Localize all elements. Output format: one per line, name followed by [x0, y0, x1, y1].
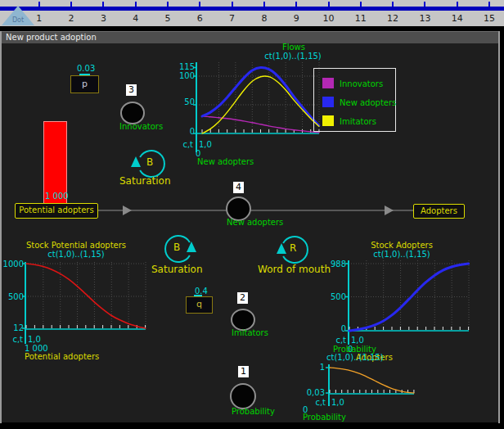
param-p-slider-tick[interactable] — [79, 74, 90, 75]
potential-adopters-bar-value: 1 000 — [45, 192, 69, 201]
potential-adopters-stock-label: Potential adopters — [19, 205, 93, 214]
flows-chart-title: Flows — [268, 43, 319, 52]
probability-badge: 1 — [238, 366, 249, 377]
legend-label: Innovators — [340, 79, 383, 88]
stock-ad-xnote-t0: 1,0 — [351, 336, 364, 345]
prob-ytick: 1 — [310, 363, 325, 372]
new-adopters-valve-label: New adopters — [227, 218, 283, 227]
imitators-swatch-icon — [322, 115, 334, 126]
prob-xnote-ct: c,t — [306, 398, 326, 407]
potential-adopters-stock-box[interactable]: Potential adopters — [15, 203, 98, 219]
param-p-value: 0.03 — [77, 64, 95, 73]
loop-saturation-bottom-letter: B — [173, 242, 180, 253]
prob-ytick: 0,03 — [294, 388, 325, 397]
stock-pa-chart-title: Stock Potential adopters — [19, 241, 133, 250]
innovators-swatch-icon — [322, 78, 334, 88]
param-p-name: p — [82, 79, 88, 89]
adopters-stock-label: Adopters — [421, 206, 457, 215]
stock-pa-x-name: Potential adopters — [25, 352, 99, 361]
legend-label: New adopters — [340, 98, 396, 107]
imitators-label: Imitators — [232, 328, 268, 337]
flow-arrowhead-left — [123, 205, 132, 215]
stock-pa-ytick: 1000 — [2, 260, 24, 269]
flows-x-name: New adopters — [197, 157, 254, 166]
loop-saturation-top-arrow-icon — [131, 156, 141, 167]
flows-chart-subtitle: ct(1,0)..(1,15) — [260, 52, 326, 61]
stock-pa-chart-subtitle: ct(1,0)..(1,15) — [19, 250, 133, 259]
stock-pa-xnote-t0: 1,0 — [28, 335, 41, 344]
innovators-node-circle[interactable] — [120, 102, 145, 124]
flows-xnote-ct: c,t — [173, 140, 193, 149]
stock-ad-chart-title: Stock Adopters — [344, 241, 459, 250]
param-p-box[interactable]: p — [70, 75, 99, 93]
stock-ad-chart-subtitle: ct(1,0)..(1,15) — [344, 250, 459, 259]
prob-chart-subtitle: ct(1,0)..(1,15) — [326, 353, 384, 362]
stock-ad-ytick: 988 — [325, 260, 346, 269]
prob-xnote-t0: 1,0 — [331, 398, 344, 407]
adopters-stock-box[interactable]: Adopters — [413, 204, 465, 219]
imitators-node-circle[interactable] — [231, 309, 255, 331]
loop-word-of-mouth-arrow-icon — [277, 243, 286, 254]
probability-node-circle[interactable] — [230, 383, 256, 409]
loop-word-of-mouth-letter: R — [290, 243, 296, 254]
stock_potential-series-0 — [26, 264, 146, 328]
flows-ytick: 115 — [173, 62, 195, 71]
param-q-name: q — [196, 299, 202, 309]
innovators-label: Innovators — [119, 122, 163, 131]
stock-ad-xnote-ct: c,t — [326, 336, 346, 345]
loop-saturation-bottom-label: Saturation — [151, 264, 203, 275]
new-adopters-swatch-icon — [322, 97, 334, 107]
param-q-box[interactable]: q — [186, 296, 213, 314]
flows-chart-legend: Innovators New adopters Imitators — [313, 68, 396, 132]
probability-series-0 — [330, 368, 414, 393]
flow-arrowhead-right — [385, 205, 394, 215]
app-window: 123456789101112131415 Dot New product ad… — [0, 0, 504, 429]
new-adopters-badge: 4 — [233, 182, 244, 193]
loop-saturation-top-letter: B — [146, 157, 153, 168]
stock-pa-ytick: 500 — [2, 292, 24, 301]
prob-x-name: Probability — [303, 413, 346, 422]
flows-ytick: 100 — [173, 71, 195, 80]
innovators-badge: 3 — [126, 84, 137, 96]
stock-pa-ytick: 12 — [2, 323, 24, 332]
loop-saturation-bottom-arrow-icon — [187, 242, 196, 252]
stock-ad-ytick: 500 — [325, 292, 346, 301]
flows-xnote-t0: 1,0 — [199, 140, 212, 149]
stock-ad-ytick: 0 — [325, 324, 346, 333]
flows-ytick: 50 — [173, 97, 195, 106]
param-q-slider-tick[interactable] — [194, 295, 202, 296]
legend-label: Imitators — [340, 117, 376, 126]
loop-saturation-top-label: Saturation — [119, 176, 171, 187]
probability-label: Probability — [232, 407, 275, 416]
loop-word-of-mouth-label: Word of mouth — [258, 264, 331, 275]
stock_adopters-series-0 — [349, 264, 469, 331]
stock-pa-xnote-ct: c,t — [3, 335, 23, 344]
imitators-badge: 2 — [237, 292, 248, 304]
flows-ytick: 0 — [173, 127, 195, 136]
